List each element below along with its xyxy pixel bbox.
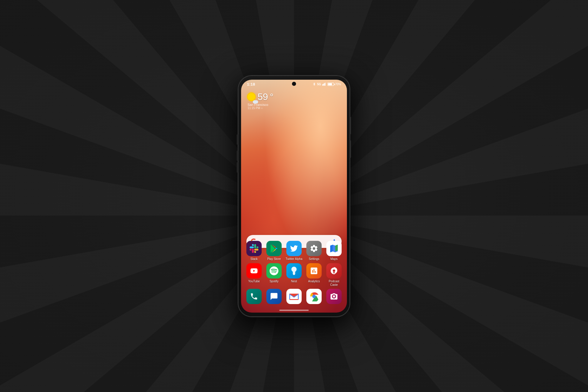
app-nest[interactable]: Nest [285, 263, 303, 287]
nest-label: Nest [291, 280, 297, 283]
phone-container: 1:18 5G 70% [238, 76, 350, 317]
battery-icon [328, 83, 334, 86]
spotify-icon [266, 263, 282, 278]
app-row-1: Slack Play St [244, 241, 344, 261]
svg-point-6 [312, 295, 315, 298]
phone-body: 1:18 5G 70% [238, 76, 350, 317]
dock-camera[interactable] [326, 289, 342, 304]
battery-fill [328, 83, 332, 85]
chrome-app-icon [306, 289, 322, 304]
messages-app-icon [266, 289, 282, 304]
weather-icon [247, 92, 256, 101]
analytics-icon [306, 263, 322, 278]
app-row-2: YouTube Spotify [244, 263, 344, 287]
signal-icon [322, 82, 326, 86]
app-twitter[interactable]: Twitter Alpha [285, 241, 303, 261]
app-playstore[interactable]: Play Store [265, 241, 283, 261]
dock-messages[interactable] [266, 289, 282, 304]
app-spotify[interactable]: Spotify [265, 263, 283, 287]
dock-gmail[interactable] [286, 289, 302, 304]
home-indicator [279, 310, 309, 311]
youtube-icon [246, 263, 262, 278]
podcast-icon [326, 263, 342, 278]
network-label: 5G [317, 83, 321, 86]
maps-label: Maps [330, 257, 338, 261]
app-slack[interactable]: Slack [245, 241, 263, 261]
app-podcast[interactable]: Podcast Caste [325, 263, 343, 287]
app-analytics[interactable]: Analytics [305, 263, 323, 287]
app-grid: Slack Play St [244, 241, 344, 289]
status-time: 1:18 [247, 82, 255, 86]
cloud-overlay [253, 100, 258, 104]
playstore-icon [266, 241, 282, 256]
app-maps[interactable]: Maps [325, 241, 343, 261]
phone-screen: 1:18 5G 70% [241, 80, 347, 313]
twitter-icon [286, 241, 302, 256]
weather-temperature: 59° [247, 91, 273, 102]
battery-percent: 70% [335, 83, 341, 86]
settings-icon [306, 241, 322, 256]
bluetooth-icon [313, 82, 316, 86]
camera-app-icon [326, 289, 342, 304]
weather-widget[interactable]: 59° San Francisco 11:15 PM ○ [247, 91, 273, 110]
gmail-app-icon [286, 289, 302, 304]
app-youtube[interactable]: YouTube [245, 263, 263, 287]
podcast-label: Podcast Caste [325, 280, 343, 287]
app-dock [244, 286, 344, 307]
svg-rect-1 [323, 84, 324, 85]
analytics-label: Analytics [308, 280, 320, 283]
phone-app-icon [246, 289, 262, 304]
twitter-label: Twitter Alpha [285, 257, 302, 261]
youtube-label: YouTube [248, 280, 260, 283]
volume-buttons [237, 134, 238, 145]
svg-rect-3 [325, 83, 325, 86]
playstore-label: Play Store [267, 257, 281, 261]
app-settings[interactable]: Settings [305, 241, 323, 261]
maps-icon [326, 241, 342, 256]
svg-rect-2 [324, 83, 325, 86]
nest-icon [286, 263, 302, 278]
dock-chrome[interactable] [306, 289, 322, 304]
weather-time: 11:15 PM ○ [248, 106, 273, 110]
weather-location: San Francisco [248, 103, 273, 106]
front-camera [292, 82, 296, 86]
status-icons: 5G 70% [313, 82, 341, 86]
slack-label: Slack [250, 257, 258, 261]
svg-rect-0 [322, 84, 323, 86]
settings-label: Settings [309, 257, 319, 261]
slack-icon [246, 241, 262, 256]
dock-phone[interactable] [246, 289, 262, 304]
spotify-label: Spotify [270, 280, 279, 283]
